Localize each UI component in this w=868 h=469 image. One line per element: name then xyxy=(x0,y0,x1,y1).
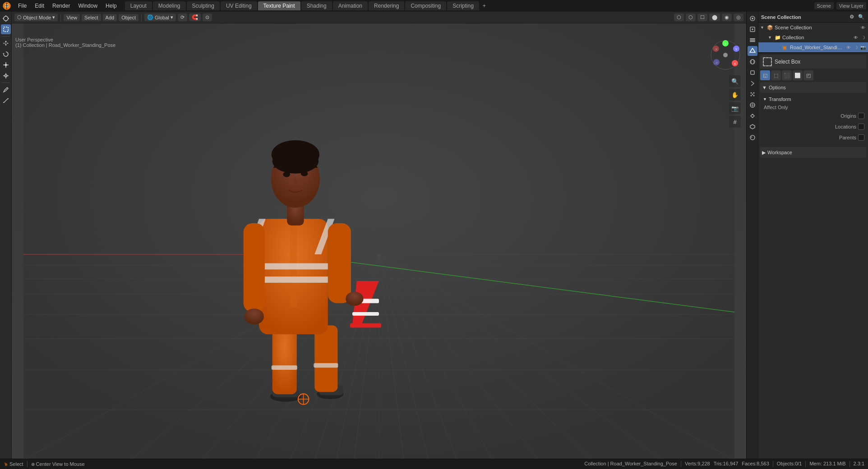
menu-help[interactable]: Help xyxy=(102,2,120,10)
locations-row: Locations xyxy=(762,122,864,132)
options-header[interactable]: ▼ Options xyxy=(760,82,866,93)
scene-props-icon[interactable] xyxy=(748,46,757,56)
grid-btn[interactable]: # xyxy=(729,116,741,128)
tool-btn-0[interactable]: ◱ xyxy=(760,70,770,80)
app-wrapper: File Edit Render Window Help Layout Mode… xyxy=(0,0,868,469)
tool-btn-4[interactable]: ◰ xyxy=(803,70,813,80)
outliner-filter-btn[interactable]: ⚙ xyxy=(848,13,856,21)
svg-point-113 xyxy=(753,95,754,97)
render-preview[interactable]: ◎ xyxy=(734,14,743,21)
tree-end-icons-1: 👁 ☽ xyxy=(853,34,866,41)
tab-texture-paint[interactable]: Texture Paint xyxy=(258,1,300,10)
toolbar-cursor[interactable] xyxy=(1,14,11,23)
world-props-icon[interactable] xyxy=(748,57,757,67)
object-props-icon[interactable] xyxy=(748,68,757,78)
toolbar-annotate[interactable] xyxy=(1,85,11,95)
tree-road-worker[interactable]: ▶ ▣ Road_Worker_Standing_Pose 👁 ☽ 📷 xyxy=(758,42,868,52)
tab-shading[interactable]: Shading xyxy=(301,1,332,10)
camera-btn[interactable]: 📷 xyxy=(729,102,741,114)
constraints-props-icon[interactable] xyxy=(748,111,757,121)
object-mode-btn[interactable]: ⬡ Object Mode ▾ xyxy=(14,14,58,21)
solid-shading[interactable]: ⬤ xyxy=(709,14,720,21)
options-label: Options xyxy=(769,85,786,90)
material-preview[interactable]: ◉ xyxy=(722,14,732,21)
add-btn[interactable]: Add xyxy=(103,14,117,21)
svg-marker-118 xyxy=(750,124,755,129)
render-props-icon[interactable] xyxy=(748,14,757,23)
restrict2-icon-2[interactable]: ☽ xyxy=(853,44,859,51)
tab-scripting[interactable]: Scripting xyxy=(447,1,479,10)
origins-label: Origins xyxy=(762,113,856,119)
toolbar-move[interactable] xyxy=(1,38,11,48)
menu-edit[interactable]: Edit xyxy=(31,2,48,10)
modifier-props-icon[interactable] xyxy=(748,78,757,88)
menu-window[interactable]: Window xyxy=(74,2,101,10)
toolbar-rotate[interactable] xyxy=(1,49,11,59)
hand-btn[interactable]: ✋ xyxy=(729,89,741,101)
locations-checkbox[interactable] xyxy=(858,124,864,130)
snap-btn[interactable]: 🧲 xyxy=(189,14,201,21)
svg-point-119 xyxy=(750,135,755,140)
outliner-search-btn[interactable]: 🔍 xyxy=(857,13,865,21)
parents-checkbox[interactable] xyxy=(858,134,864,141)
tab-layout[interactable]: Layout xyxy=(125,1,152,10)
tool-btn-2[interactable]: ⬛ xyxy=(782,70,792,80)
view-btn[interactable]: View xyxy=(64,14,80,21)
particles-props-icon[interactable] xyxy=(748,89,757,99)
view-layer-selector[interactable]: View Layer xyxy=(836,2,866,9)
overlay-btn[interactable]: ⬡ xyxy=(686,14,696,21)
tab-animation[interactable]: Animation xyxy=(333,1,368,10)
toolbar-transform[interactable] xyxy=(1,71,11,81)
overlay-right-buttons: 🔍 ✋ 📷 # xyxy=(729,75,741,128)
pivot-btn[interactable]: ⟳ xyxy=(178,14,187,21)
restrict3-icon-2[interactable]: 📷 xyxy=(860,44,866,51)
tab-modeling[interactable]: Modeling xyxy=(153,1,186,10)
select-btn[interactable]: Select xyxy=(82,14,101,21)
options-arrow: ▼ xyxy=(762,85,767,90)
workspace-header[interactable]: ▶ Workspace xyxy=(760,147,866,158)
toolbar-scale[interactable] xyxy=(1,60,11,70)
viewport-shading-btn[interactable]: ⬡ xyxy=(674,14,684,21)
svg-point-97 xyxy=(723,53,728,57)
svg-point-114 xyxy=(752,94,753,95)
data-props-icon[interactable] xyxy=(748,122,757,132)
object-btn[interactable]: Object xyxy=(119,14,139,21)
tree-scene-collection[interactable]: ▼ 📦 Scene Collection 👁 xyxy=(758,23,868,32)
viewport-scene xyxy=(12,23,746,459)
tab-uv-editing[interactable]: UV Editing xyxy=(221,1,257,10)
transform-global-btn[interactable]: 🌐 Global ▾ xyxy=(144,14,176,21)
toolbar-measure[interactable] xyxy=(1,96,11,106)
svg-rect-17 xyxy=(5,75,7,77)
xray-btn[interactable]: ☐ xyxy=(697,14,707,21)
proportional-btn[interactable]: ⊙ xyxy=(203,14,212,21)
tab-sculpting[interactable]: Sculpting xyxy=(187,1,220,10)
viewport-area[interactable]: ⬡ Object Mode ▾ View Select Add Object 🌐… xyxy=(12,12,746,459)
scene-selector[interactable]: Scene xyxy=(814,2,834,9)
physics-props-icon[interactable] xyxy=(748,100,757,110)
tab-rendering[interactable]: Rendering xyxy=(369,1,404,10)
svg-rect-12 xyxy=(5,64,7,66)
svg-point-99 xyxy=(752,18,753,19)
view-layer-props-icon[interactable] xyxy=(748,35,757,45)
eye-icon-2[interactable]: 👁 xyxy=(845,44,852,51)
menu-render[interactable]: Render xyxy=(49,2,74,10)
transform-subsection[interactable]: ▼ Transform xyxy=(762,95,864,104)
tab-add[interactable]: + xyxy=(480,2,489,10)
menu-file[interactable]: File xyxy=(14,2,30,10)
origins-checkbox[interactable] xyxy=(858,113,864,119)
nav-gizmo[interactable]: Y -Y X -X Z xyxy=(710,40,741,70)
tab-compositing[interactable]: Compositing xyxy=(405,1,446,10)
restrict-icon-1[interactable]: ☽ xyxy=(860,34,866,41)
tree-collection[interactable]: ▼ 📁 Collection 👁 ☽ xyxy=(758,32,868,42)
output-props-icon[interactable] xyxy=(748,24,757,34)
eye-icon-0[interactable]: 👁 xyxy=(860,24,866,31)
global-icon: 🌐 xyxy=(147,14,153,20)
eye-icon-1[interactable]: 👁 xyxy=(853,34,859,41)
search-btn[interactable]: 🔍 xyxy=(729,75,741,87)
viewport-canvas[interactable]: User Perspective (1) Collection | Road_W… xyxy=(12,23,746,459)
tool-btn-3[interactable]: ⬜ xyxy=(793,70,803,80)
svg-line-22 xyxy=(4,98,8,103)
toolbar-select[interactable] xyxy=(1,24,11,34)
tool-btn-1[interactable]: ⬚ xyxy=(771,70,781,80)
material-props-icon[interactable] xyxy=(748,133,757,143)
